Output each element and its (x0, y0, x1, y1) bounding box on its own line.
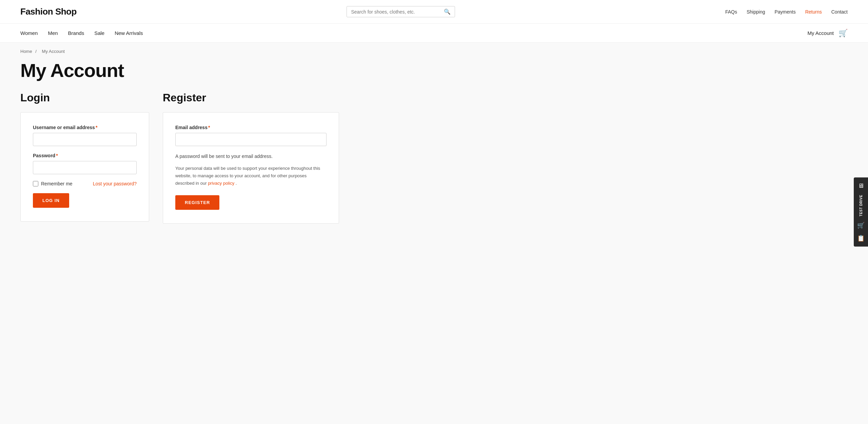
register-form-box: Email address* A password will be sent t… (163, 112, 339, 224)
nav-new-arrivals[interactable]: New Arrivals (115, 30, 143, 36)
top-nav-shipping[interactable]: Shipping (747, 9, 765, 15)
account-label[interactable]: My Account (807, 30, 834, 36)
email-group: Email address* (175, 125, 327, 146)
top-nav-contact[interactable]: Contact (831, 9, 848, 15)
breadcrumb-separator: / (35, 49, 37, 54)
remember-row: Remember me Lost your password? (33, 181, 137, 186)
nav-women[interactable]: Women (20, 30, 38, 36)
register-title: Register (163, 92, 339, 104)
login-button[interactable]: LOG IN (33, 193, 69, 208)
privacy-text: Your personal data will be used to suppo… (175, 165, 327, 187)
privacy-policy-link[interactable]: privacy policy (208, 181, 234, 186)
register-section: Register Email address* A password will … (163, 92, 339, 224)
test-drive-sidebar: 🖥 TEST DRIVE 🛒 📋 (854, 177, 868, 247)
page-title: My Account (0, 56, 868, 92)
nav-sale[interactable]: Sale (94, 30, 104, 36)
search-bar: 🔍 (347, 6, 455, 17)
nav-men[interactable]: Men (48, 30, 58, 36)
username-input[interactable] (33, 133, 137, 146)
nav-brands[interactable]: Brands (68, 30, 84, 36)
lost-password-link[interactable]: Lost your password? (93, 181, 137, 186)
login-title: Login (20, 92, 149, 104)
monitor-icon[interactable]: 🖥 (858, 182, 864, 189)
top-nav-faqs[interactable]: FAQs (725, 9, 737, 15)
search-input[interactable] (351, 9, 444, 15)
cart-icon[interactable]: 🛒 (839, 29, 848, 38)
password-group: Password* (33, 153, 137, 174)
sidebar-copy-icon[interactable]: 📋 (857, 235, 865, 242)
main-content: Login Username or email address* Passwor… (0, 92, 475, 244)
top-navigation: FAQs Shipping Payments Returns Contact (725, 9, 848, 15)
register-button[interactable]: REGISTER (175, 195, 219, 210)
top-nav-payments[interactable]: Payments (774, 9, 795, 15)
password-info-text: A password will be sent to your email ad… (175, 153, 327, 160)
account-cart-area: My Account 🛒 (807, 29, 848, 38)
top-nav-returns[interactable]: Returns (805, 9, 822, 15)
email-input[interactable] (175, 133, 327, 146)
remember-me-label[interactable]: Remember me (33, 181, 73, 186)
password-input[interactable] (33, 161, 137, 174)
email-label: Email address* (175, 125, 327, 130)
login-form-box: Username or email address* Password* Rem… (20, 112, 149, 222)
site-logo[interactable]: Fashion Shop (20, 6, 77, 17)
search-icon[interactable]: 🔍 (444, 8, 451, 15)
remember-me-checkbox[interactable] (33, 181, 38, 186)
login-section: Login Username or email address* Passwor… (20, 92, 149, 224)
password-label: Password* (33, 153, 137, 158)
secondary-header: Women Men Brands Sale New Arrivals My Ac… (0, 24, 868, 43)
breadcrumb-current: My Account (42, 49, 65, 54)
username-label: Username or email address* (33, 125, 137, 130)
main-navigation: Women Men Brands Sale New Arrivals (20, 30, 143, 36)
breadcrumb: Home / My Account (0, 43, 868, 56)
username-group: Username or email address* (33, 125, 137, 146)
breadcrumb-home[interactable]: Home (20, 49, 32, 54)
test-drive-label: TEST DRIVE (859, 195, 863, 216)
sidebar-cart-icon[interactable]: 🛒 (857, 222, 865, 229)
